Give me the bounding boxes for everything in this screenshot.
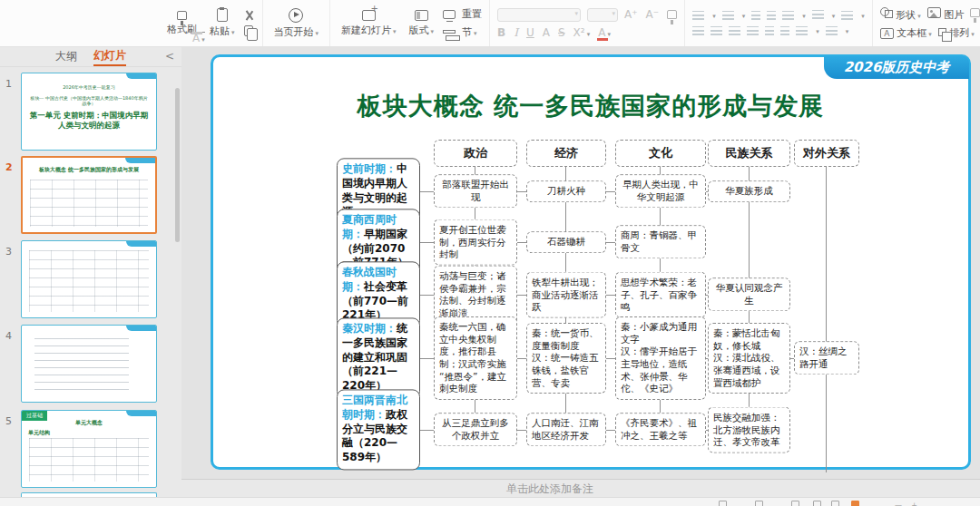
map-cell: 秦：统一货币、度量衡制度 汉：统一铸造五铢钱，盐铁官营、专卖 — [526, 323, 606, 394]
distribute-text-button[interactable] — [765, 26, 774, 36]
reset-icon — [443, 10, 456, 19]
slide-thumbnail-3[interactable] — [21, 240, 157, 318]
clear-format-button[interactable] — [667, 10, 677, 19]
slide-editor-area: 2026版历史中考 板块大概念 统一多民族国家的形成与发展 政治 经济 文化 民… — [181, 47, 980, 497]
align-top-button[interactable] — [796, 26, 808, 36]
font-family-select[interactable] — [497, 8, 581, 22]
shapes-icon — [880, 7, 893, 18]
paste-button[interactable]: 粘贴▾ — [206, 6, 239, 40]
convert-smartart-button[interactable] — [841, 11, 853, 21]
font-group: A⁺A⁻ B I U A S X²▾ A▾ A▾ — [490, 0, 685, 46]
current-slide-canvas[interactable]: 2026版历史中考 板块大概念 统一多民族国家的形成与发展 政治 经济 文化 民… — [211, 54, 971, 470]
map-cell: 秦：蒙恬北击匈奴，修长城 汉：漠北战役、张骞通西域，设置西域都护 — [708, 323, 790, 394]
arrange-button[interactable]: 排列▾ — [938, 26, 975, 40]
slide-thumbnail-4[interactable] — [21, 325, 157, 403]
decrease-indent-button[interactable] — [751, 11, 760, 21]
play-label: 当页开始▾ — [274, 25, 319, 39]
font-size-select[interactable] — [587, 8, 618, 22]
view-normal-icon[interactable] — [791, 501, 799, 506]
map-cell: 夏开创王位世袭制，西周实行分封制 — [434, 219, 517, 266]
ribbon-toolbar: 格式刷 粘贴▾ 当页开始▾ 新建幻灯片▾ 版 — [0, 0, 980, 47]
shapes-button[interactable]: 形状▾ — [880, 7, 921, 22]
increase-font-button[interactable]: A⁺ — [624, 8, 638, 21]
align-right-button[interactable] — [729, 26, 740, 36]
text-direction-button[interactable] — [782, 11, 794, 21]
zoom-control[interactable]: — + — [895, 501, 917, 506]
column-header-culture: 文化 — [615, 140, 706, 167]
reset-button[interactable]: 重置 — [443, 7, 482, 21]
map-cell: 商周：青铜器、甲骨文 — [615, 225, 706, 258]
notes-toggle-icon[interactable] — [755, 501, 763, 506]
thumbnail-ribbon — [126, 325, 157, 331]
thumb5-subtitle: 单元结构 — [28, 429, 50, 437]
period-label-qin-han: 秦汉时期：统一多民族国家的建立和巩固（前221—220年） — [337, 317, 420, 398]
slide-thumbnail-1[interactable]: 2026年中考历史一轮复习 板块一 中国古代史（中国境内早期人类活动—1840年… — [21, 73, 157, 151]
thumbnail-preview — [29, 438, 149, 482]
picture-icon — [927, 7, 941, 18]
new-slide-button[interactable]: 新建幻灯片▾ — [338, 8, 400, 39]
highlight-color-button[interactable]: A▾ — [192, 32, 205, 33]
cut-button[interactable] — [244, 10, 255, 21]
view-sorter-icon[interactable] — [813, 501, 821, 506]
line-spacing-button[interactable] — [812, 10, 824, 22]
map-cell: 从三足鼎立到多个政权并立 — [434, 413, 517, 446]
slide-panel: 大纲 幻灯片 < 1 2026年中考历史一轮复习 板块一 中国古代史（中国境内早… — [0, 47, 181, 497]
fill-icon — [970, 8, 980, 17]
font-color-button[interactable]: A▾ — [598, 26, 611, 39]
superscript-button[interactable]: X²▾ — [573, 26, 591, 39]
map-cell: 人口南迁、江南地区经济开发 — [526, 413, 606, 446]
paste-label: 粘贴▾ — [210, 24, 235, 38]
slide-thumbnail-2-selected[interactable]: 板块大概念 统一多民族国家的形成与发展 — [21, 156, 157, 234]
section-button[interactable]: 节▾ — [443, 25, 482, 39]
map-cell: 铁犁牛耕出现；商业活动逐渐活跃 — [526, 272, 606, 318]
notes-placeholder[interactable]: 单击此处添加备注 — [181, 479, 980, 497]
bullet-list-button[interactable] — [692, 11, 704, 21]
tab-slides[interactable]: 幻灯片 — [93, 48, 126, 66]
view-reading-icon[interactable] — [831, 501, 839, 506]
slide-thumbnail-5[interactable]: 过基础 单元大概念 单元结构 — [21, 410, 157, 488]
underline-button[interactable]: U — [526, 26, 534, 39]
decrease-font-button[interactable]: A⁻ — [646, 8, 660, 21]
status-bar: — + — [0, 497, 980, 506]
column-header-politics: 政治 — [434, 140, 517, 167]
slideshow-play-icon[interactable] — [851, 501, 859, 506]
column-header-ethnic-relations: 民族关系 — [708, 140, 790, 167]
paste-icon — [217, 8, 228, 22]
thumbnail-preview — [34, 338, 129, 396]
numbered-list-button[interactable] — [722, 11, 734, 21]
map-cell: 汉：丝绸之路开通 — [794, 341, 859, 375]
bold-button[interactable]: B — [497, 26, 505, 39]
map-cell: 华夏认同观念产生 — [708, 277, 790, 311]
textbox-button[interactable]: A 文本框▾ — [880, 26, 932, 40]
fill-color-button[interactable]: ▾ — [970, 8, 980, 20]
picture-button[interactable]: 图片 — [927, 7, 965, 22]
collapse-panel-button[interactable]: < — [165, 50, 174, 63]
columns-button[interactable] — [780, 26, 789, 36]
rotate-text-button[interactable] — [826, 26, 838, 36]
paragraph-group: ▾ ▾ ▾ ▾ ▾ ▾ ▾ — [685, 0, 873, 46]
column-header-economy: 经济 — [526, 140, 606, 167]
panel-scrollbar[interactable] — [175, 88, 180, 242]
align-left-button[interactable] — [692, 26, 704, 36]
play-from-current-button[interactable]: 当页开始▾ — [270, 6, 323, 41]
align-justify-button[interactable] — [747, 26, 759, 36]
thumb1-title: 第一单元 史前时期：中国境内早期人类与文明的起源 — [22, 111, 156, 130]
slide-number-2: 2 — [5, 161, 18, 173]
map-cell: 刀耕火种 — [526, 180, 606, 202]
comment-icon[interactable] — [719, 501, 727, 506]
slide-number-3: 3 — [5, 246, 18, 258]
tab-outline[interactable]: 大纲 — [55, 49, 77, 64]
section-icon — [443, 30, 456, 34]
map-cell: 早期人类出现，中华文明起源 — [615, 174, 706, 208]
map-cell: 秦：小篆成为通用文字 汉：儒学开始居于主导地位，造纸术、张仲景、华佗、《史记》 — [615, 316, 706, 400]
period-label-three-kingdoms: 三国两晋南北朝时期：政权分立与民族交融（220—589年） — [337, 389, 420, 470]
strikethrough-button[interactable]: S — [558, 26, 565, 39]
presentation-app-window: 格式刷 粘贴▾ 当页开始▾ 新建幻灯片▾ 版 — [0, 0, 980, 506]
character-spacing-button[interactable]: A — [543, 26, 550, 39]
layout-button[interactable]: 版式▾ — [406, 8, 438, 39]
map-cell: 华夏族形成 — [708, 180, 790, 202]
increase-indent-button[interactable] — [767, 11, 776, 21]
italic-button[interactable]: I — [514, 26, 518, 39]
copy-button[interactable] — [244, 25, 253, 36]
align-center-button[interactable] — [710, 26, 722, 36]
